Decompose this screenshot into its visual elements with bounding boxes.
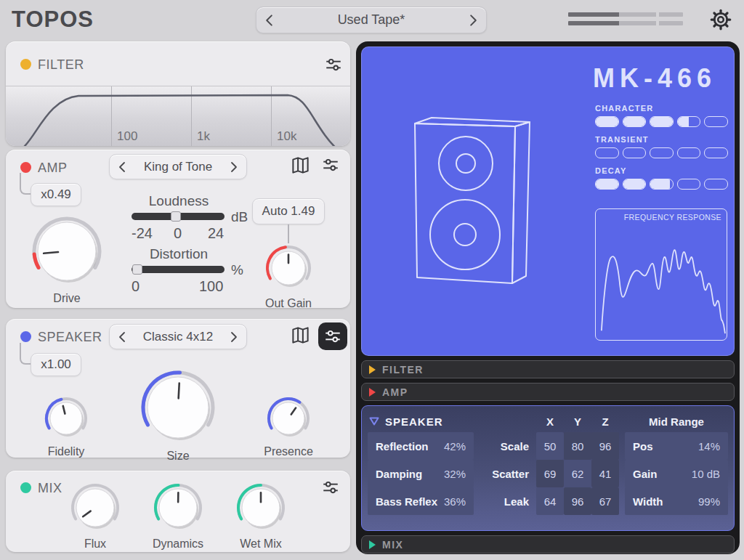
distortion-handle[interactable] <box>132 264 142 275</box>
loudness-slider[interactable] <box>132 213 225 220</box>
wet-mix-knob[interactable] <box>235 482 286 536</box>
meter-segment <box>677 147 701 158</box>
preset-selector[interactable]: Used Tape* <box>256 7 487 33</box>
table-cell-gain[interactable]: Gain10 dB <box>625 460 728 487</box>
speaker-model-name: MK-466 <box>593 63 716 94</box>
amp-enable-dot[interactable] <box>20 162 31 173</box>
preset-name[interactable]: Used Tape* <box>338 12 405 28</box>
screen-meter-label: DECAY <box>595 166 729 175</box>
fidelity-knob[interactable] <box>44 396 89 444</box>
speaker-preset-name[interactable]: Classic 4x12 <box>143 330 213 344</box>
meter-segment <box>623 116 647 127</box>
presence-knob[interactable] <box>266 396 311 444</box>
preset-prev-button[interactable] <box>265 14 273 27</box>
amp-mult-connector <box>20 173 31 195</box>
meter-segment <box>595 116 619 127</box>
filter-card: FILTER 100 1k 10k <box>6 41 350 146</box>
accordion-speaker-panel: SPEAKER X Y Z Mid Range Reflection42% Sc… <box>361 405 735 531</box>
preset-next-button[interactable] <box>469 14 477 27</box>
amp-preset-selector[interactable]: King of Tone <box>109 154 247 179</box>
cell-leak-z[interactable]: 67 <box>591 487 619 515</box>
table-cell-bass-reflex[interactable]: Bass Reflex36% <box>368 487 474 515</box>
meter-segment <box>677 179 701 190</box>
speaker-cabinet-illustration <box>393 95 538 291</box>
amp-preset-prev-button[interactable] <box>118 161 126 173</box>
distortion-label: Distortion <box>117 246 240 262</box>
drive-knob[interactable] <box>31 215 103 291</box>
loudness-tick-min: -24 <box>132 225 153 242</box>
speaker-map-icon[interactable] <box>291 325 310 348</box>
screen-meter-segments <box>595 179 729 190</box>
speaker-preset-selector[interactable]: Classic 4x12 <box>109 324 247 349</box>
mid-range-header: Mid Range <box>625 410 728 432</box>
filter-expand-triangle-icon <box>369 365 376 374</box>
out-gain-knob-label: Out Gain <box>239 297 338 310</box>
speaker-sliders-button-active[interactable] <box>318 322 347 350</box>
distortion-slider[interactable] <box>132 266 225 273</box>
mix-sliders-icon[interactable] <box>321 478 340 500</box>
accordion-mix-label: MIX <box>382 539 403 551</box>
filter-response-display[interactable]: 100 1k 10k <box>6 86 350 146</box>
auto-gain-chip[interactable]: Auto 1.49 <box>252 198 325 224</box>
cell-scatter-x[interactable]: 69 <box>536 460 564 487</box>
filter-enable-dot[interactable] <box>20 59 31 70</box>
size-knob[interactable] <box>140 370 216 448</box>
accordion-amp-label: AMP <box>382 386 408 398</box>
accordion-amp-row[interactable]: AMP <box>361 383 735 401</box>
meter-segment <box>677 116 701 127</box>
cell-scale-y[interactable]: 80 <box>564 432 591 460</box>
accordion-mix-row[interactable]: MIX <box>361 535 735 553</box>
dynamics-knob[interactable] <box>153 482 203 536</box>
output-level-meter <box>568 12 683 30</box>
cell-scale-x[interactable]: 50 <box>536 432 564 460</box>
row-label-scatter: Scatter <box>480 460 536 487</box>
table-cell-reflection[interactable]: Reflection42% <box>368 432 474 460</box>
drive-knob-label: Drive <box>0 292 140 305</box>
cell-scatter-z[interactable]: 41 <box>591 460 619 487</box>
accordion-speaker-header[interactable]: SPEAKER <box>368 410 536 432</box>
speaker-enable-dot[interactable] <box>20 331 31 342</box>
cell-scatter-y[interactable]: 62 <box>564 460 591 487</box>
mix-enable-dot[interactable] <box>20 482 31 493</box>
filter-sliders-icon[interactable] <box>324 55 343 77</box>
accordion-speaker-title: SPEAKER <box>385 415 443 428</box>
distortion-tick-max: 100 <box>199 278 223 295</box>
cell-leak-x[interactable]: 64 <box>536 487 564 515</box>
distortion-unit: % <box>231 262 243 278</box>
amp-preset-next-button[interactable] <box>230 161 238 173</box>
speaker-display-panel: MK-466 CHARACTERTRANSIENTDECAY FREQUENCY… <box>356 41 740 554</box>
col-header-z: Z <box>591 410 619 432</box>
speaker-mult-connector <box>20 343 31 365</box>
meter-segment <box>623 147 647 158</box>
speaker-screen: MK-466 CHARACTERTRANSIENTDECAY FREQUENCY… <box>361 46 735 356</box>
speaker-multiplier-chip[interactable]: x1.00 <box>31 353 81 376</box>
speaker-card: SPEAKER Classic 4x12 x1.00 <box>6 319 350 458</box>
screen-meter-label: TRANSIENT <box>595 135 729 144</box>
frequency-response-curve <box>596 209 726 339</box>
screen-meters: CHARACTERTRANSIENTDECAY <box>595 104 729 198</box>
speaker-preset-next-button[interactable] <box>230 331 238 343</box>
amp-card: AMP King of Tone x0.49 Loudness <box>6 150 350 308</box>
speaker-preset-prev-button[interactable] <box>118 331 126 343</box>
loudness-handle[interactable] <box>171 211 181 222</box>
settings-gear-icon[interactable] <box>710 9 732 31</box>
table-cell-pos[interactable]: Pos14% <box>625 432 728 460</box>
meter-segment <box>623 179 647 190</box>
meter-segment <box>595 147 619 158</box>
accordion-filter-row[interactable]: FILTER <box>361 360 735 378</box>
amp-preset-name[interactable]: King of Tone <box>144 160 212 174</box>
flux-knob[interactable] <box>70 482 121 536</box>
cell-leak-y[interactable]: 96 <box>564 487 591 515</box>
fidelity-knob-label: Fidelity <box>21 445 111 458</box>
out-gain-knob[interactable] <box>264 243 313 296</box>
cell-scale-z[interactable]: 96 <box>591 432 619 460</box>
amp-sliders-icon[interactable] <box>321 155 340 177</box>
frequency-response-box: FREQUENCY RESPONSE <box>595 208 727 341</box>
meter-segment <box>704 147 728 158</box>
frequency-response-label: FREQUENCY RESPONSE <box>624 213 721 222</box>
amp-map-icon[interactable] <box>291 155 310 178</box>
amp-multiplier-chip[interactable]: x0.49 <box>31 183 81 206</box>
table-cell-width[interactable]: Width99% <box>625 487 728 515</box>
amp-title: AMP <box>38 161 68 176</box>
table-cell-damping[interactable]: Damping32% <box>368 460 474 487</box>
